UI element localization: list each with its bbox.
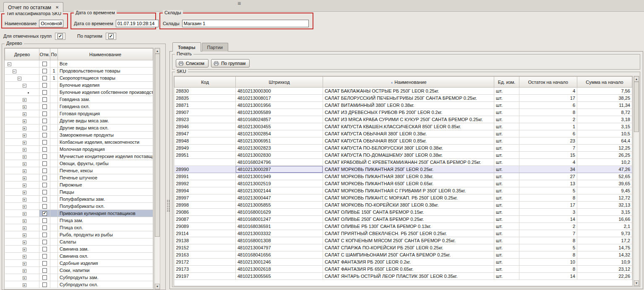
sku-row[interactable]: 290864810168001629САЛАТ ОЛИВЬЕ 150Г САНТ… (175, 209, 632, 216)
expand-icon[interactable]: + (23, 205, 26, 209)
tree-row[interactable]: +Полуфабрикаты зам. (5, 196, 153, 203)
tree-row[interactable]: +Замороженные продукты (5, 132, 153, 139)
expand-icon[interactable]: + (23, 255, 26, 259)
group-name[interactable]: Продовольственные товары (58, 67, 153, 75)
checkbox-unchecked[interactable] (42, 282, 47, 287)
sku-row[interactable]: 291144810213003332САЛАТ ПРИЯТНЫЙ СВЕКЛ/Ч… (175, 230, 632, 237)
mark-cell[interactable] (39, 124, 50, 132)
tree-row[interactable]: +Мучнистые кондитерские изделия поставщи (5, 153, 153, 160)
mark-cell[interactable] (39, 139, 50, 146)
checkbox-unchecked[interactable] (42, 62, 47, 66)
checkbox-unchecked[interactable] (42, 140, 47, 145)
report-tab[interactable]: Отчет по остаткам ✕ (3, 2, 63, 12)
for-marked-groups-checkbox[interactable]: ✓ (55, 33, 65, 40)
mark-cell[interactable] (39, 203, 50, 210)
group-name[interactable]: Готовая продукция (58, 110, 153, 117)
expand-icon[interactable]: + (23, 184, 26, 187)
tree-scrollbar[interactable]: ▲ ▼ (154, 48, 160, 290)
tree-row[interactable]: +Говядина зам. (5, 96, 153, 103)
mark-cell[interactable] (39, 174, 50, 181)
mark-cell[interactable] (39, 181, 50, 189)
tree-row[interactable]: +Субпродукты охл. (5, 281, 153, 288)
checkbox-unchecked[interactable] (42, 197, 47, 202)
checkbox-unchecked[interactable] (42, 176, 47, 180)
tree-row[interactable]: +Другие виды мяса зам. (5, 117, 153, 124)
collapse-icon[interactable]: − (23, 84, 26, 88)
expand-icon[interactable]: + (23, 283, 26, 287)
checkbox-unchecked[interactable] (42, 268, 47, 273)
checkbox-unchecked[interactable] (42, 69, 47, 73)
print-by-groups-button[interactable]: По группам (211, 59, 250, 67)
checkbox-unchecked[interactable] (42, 111, 47, 116)
checkbox-unchecked[interactable] (42, 247, 47, 251)
expand-icon[interactable]: + (23, 198, 26, 202)
group-name[interactable]: Свинина зам. (58, 246, 153, 253)
sku-col-header-unit[interactable]: Ед. изм. (494, 77, 519, 88)
sku-row[interactable]: 290894810168036591САЛАТ ОЛИВЬЕ РБ 130Г С… (175, 223, 632, 230)
sku-row[interactable]: 289984810213005855САЛАТ МОРКОВЬ ПО-КОРЕЙ… (175, 202, 632, 209)
sku-row[interactable]: 289514810213002830САЛАТ КАПУСТА ПО-ДОМАШ… (175, 152, 632, 159)
mark-cell[interactable] (39, 103, 50, 110)
sku-col-header-qty-start[interactable]: Остаток на начало (519, 77, 577, 88)
tree-row[interactable]: +Пирожные (5, 181, 153, 189)
mark-cell[interactable] (39, 253, 50, 260)
sku-col-header-name[interactable]: ▲Наименование (323, 77, 494, 88)
sku-row[interactable]: 291974810213005565САЛАТ ЯНТАРЬ ОСТРЫЙ ЛЕ… (175, 273, 632, 280)
group-name[interactable]: Свинина охл. (58, 253, 153, 260)
group-name[interactable]: Говядина охл. (58, 103, 153, 110)
mark-cell[interactable] (39, 260, 50, 267)
expand-icon[interactable]: + (23, 212, 26, 216)
sku-classifier-input[interactable] (39, 20, 63, 27)
mark-cell[interactable] (39, 153, 50, 160)
expand-icon[interactable]: + (23, 241, 26, 244)
tree-col-header-tree[interactable]: Дерево (5, 49, 39, 60)
sku-row[interactable]: 289464810213003455САЛАТ КАПУСТА КВАШЕН.К… (175, 123, 632, 130)
group-name[interactable]: Замороженные продукты (58, 132, 153, 139)
sku-row[interactable]: 289074810213005589САЛАТ ИЗ ДРЕВЕСНЫХ ГРИ… (175, 109, 632, 116)
sku-row[interactable]: 291724810213001246САЛАТ ФАНТАЗИЯ РБ 200Г… (175, 259, 632, 266)
mark-cell[interactable] (39, 132, 50, 139)
sku-row[interactable]: 289494810213002823САЛАТ КАПУСТА ПО-БЕЛОР… (175, 145, 632, 152)
expand-icon[interactable]: + (23, 148, 26, 152)
expand-icon[interactable]: + (23, 141, 26, 145)
expand-icon[interactable]: + (23, 127, 26, 130)
tree-row[interactable]: +Печенье штучное (5, 174, 153, 181)
sku-col-header-sum-start[interactable]: Сумма на начало (577, 77, 632, 88)
sku-col-header-barcode[interactable]: Штрихкод (236, 77, 323, 88)
group-name[interactable]: Субпродукты зам. (58, 274, 153, 281)
tab-close-icon[interactable]: ✕ (55, 5, 59, 10)
mark-cell[interactable] (39, 67, 50, 75)
tree-row[interactable]: +Другие виды мяса охл. (5, 124, 153, 132)
sku-row[interactable]: 289924810213002519САЛАТ МОРКОВЬ ПИКАНТНА… (175, 180, 632, 187)
expand-icon[interactable]: + (23, 226, 26, 230)
sku-scrollbar-thumb[interactable] (634, 82, 639, 132)
tree-row[interactable]: −Все (5, 60, 153, 67)
checkbox-unchecked[interactable] (42, 275, 47, 280)
tree-row[interactable]: +Печенье, кексы (5, 167, 153, 174)
scroll-up-icon[interactable]: ▲ (155, 48, 160, 54)
group-name[interactable]: Соки, напитки (58, 267, 153, 274)
checkbox-unchecked[interactable] (42, 76, 47, 80)
sku-col-header-code[interactable]: Код (175, 77, 236, 88)
checkbox-unchecked[interactable] (42, 204, 47, 209)
by-batches-checkbox[interactable]: ✓ (106, 33, 116, 40)
checkbox-unchecked[interactable] (42, 154, 47, 159)
sku-row[interactable]: 289944810213002144САЛАТ МОРКОВЬ ПИКАНТНА… (175, 187, 632, 194)
tree-row[interactable]: +Колбасные изделия, мясокопчености (5, 139, 153, 146)
tree-row[interactable]: +Птица зам. (5, 217, 153, 224)
checkbox-unchecked[interactable] (42, 119, 47, 123)
stores-input[interactable] (182, 20, 309, 27)
sku-row[interactable]: 288714810213001956САЛАТ ВИТАМИННЫЙ 380Г … (175, 102, 632, 109)
tree-col-header-marked[interactable]: Отм. (39, 49, 50, 60)
tree-row[interactable]: +Готовая продукция (5, 110, 153, 117)
group-name[interactable]: Птица охл. (58, 224, 153, 231)
tree-row[interactable]: +Сдобные изделия (5, 260, 153, 267)
mark-cell[interactable] (39, 274, 50, 281)
expand-icon[interactable]: + (23, 162, 26, 166)
scroll-down-icon[interactable]: ▼ (634, 280, 639, 286)
mark-cell[interactable] (39, 75, 50, 82)
sku-row[interactable]: 291734810213002618САЛАТ ФАНТАЗИЯ РБ 650Г… (175, 266, 632, 273)
print-list-button[interactable]: Списком (176, 59, 209, 67)
checkbox-unchecked[interactable] (42, 97, 47, 102)
collapse-icon[interactable]: − (13, 70, 16, 73)
